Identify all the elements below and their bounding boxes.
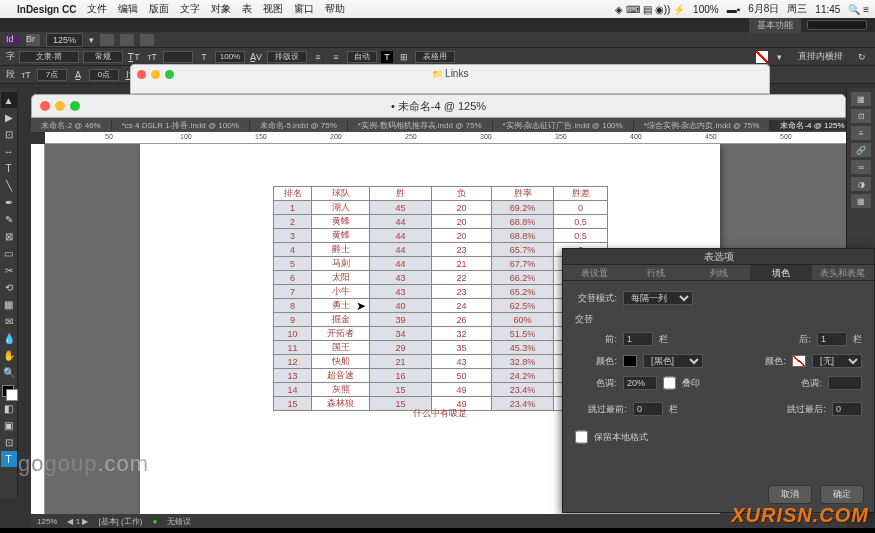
table-cell[interactable]: 0.5: [554, 215, 608, 229]
color-swatch[interactable]: [2, 385, 16, 399]
workspace-switcher[interactable]: 基本功能: [749, 18, 801, 33]
note-tool[interactable]: ✉: [1, 313, 17, 329]
status-preset[interactable]: [基本] (工作): [98, 516, 142, 527]
table-cell[interactable]: 23: [432, 243, 492, 257]
table-cell[interactable]: 44: [370, 243, 432, 257]
font-family[interactable]: 文隶-简: [19, 51, 79, 63]
font-size[interactable]: 7点: [37, 69, 67, 81]
table-cell[interactable]: 32.8%: [492, 355, 554, 369]
table-header[interactable]: 负: [432, 187, 492, 201]
color2-select[interactable]: [无]: [812, 354, 862, 368]
table-cell[interactable]: 16: [370, 369, 432, 383]
ok-button[interactable]: 确定: [820, 485, 864, 504]
zoom-dropdown-icon[interactable]: ▾: [89, 35, 94, 45]
table-cell[interactable]: 51.5%: [492, 327, 554, 341]
table-cell[interactable]: 3: [274, 229, 312, 243]
type-tool[interactable]: T: [1, 160, 17, 176]
table-cell[interactable]: 8: [274, 299, 312, 313]
grid-icon[interactable]: ⊞: [397, 51, 411, 63]
spotlight-icon[interactable]: 🔍 ≡: [848, 4, 869, 15]
screen-mode-icon[interactable]: T: [1, 451, 17, 467]
baseline[interactable]: 0点: [89, 69, 119, 81]
table-cell[interactable]: 49: [432, 383, 492, 397]
align-icon[interactable]: ≡: [329, 51, 343, 63]
table-cell[interactable]: 45.3%: [492, 341, 554, 355]
date[interactable]: 6月8日: [748, 2, 779, 16]
table-cell[interactable]: 14: [274, 383, 312, 397]
tab-fills[interactable]: 填色: [750, 265, 812, 280]
scissors-tool[interactable]: ✂: [1, 262, 17, 278]
menu-layout[interactable]: 版面: [149, 2, 169, 16]
table-cell[interactable]: 黄蜂: [312, 229, 370, 243]
zoom-level[interactable]: 125%: [46, 33, 83, 47]
layers-icon[interactable]: ≡: [851, 126, 871, 140]
pencil-tool[interactable]: ✎: [1, 211, 17, 227]
table-cell[interactable]: 69.2%: [492, 201, 554, 215]
table-cell[interactable]: 44: [370, 215, 432, 229]
table-cell[interactable]: 32: [432, 327, 492, 341]
pages-icon[interactable]: ⊡: [851, 109, 871, 123]
table-cell[interactable]: 勇士: [312, 299, 370, 313]
gradient-tool[interactable]: ▦: [1, 296, 17, 312]
table-cell[interactable]: 21: [432, 257, 492, 271]
table-cell[interactable]: 68.8%: [492, 229, 554, 243]
fill-swatch[interactable]: [756, 51, 768, 63]
table-cell[interactable]: 12: [274, 355, 312, 369]
table-cell[interactable]: 黄蜂: [312, 215, 370, 229]
table-cell[interactable]: 44: [370, 229, 432, 243]
front-input[interactable]: [623, 332, 653, 346]
view-mode-icon[interactable]: ⊡: [1, 434, 17, 450]
bridge-icon[interactable]: Br: [26, 34, 40, 46]
color-swatch-1[interactable]: [623, 355, 637, 367]
menu-file[interactable]: 文件: [87, 2, 107, 16]
table-cell[interactable]: 国王: [312, 341, 370, 355]
table-cell[interactable]: 2: [274, 215, 312, 229]
transform-tool[interactable]: ⟲: [1, 279, 17, 295]
back-input[interactable]: [817, 332, 847, 346]
swatches-icon[interactable]: ▦: [851, 194, 871, 208]
cancel-button[interactable]: 取消: [768, 485, 812, 504]
table-cell[interactable]: 9: [274, 313, 312, 327]
overprint-check[interactable]: [663, 376, 676, 390]
table-header[interactable]: 排名: [274, 187, 312, 201]
table-cell[interactable]: 0.5: [554, 229, 608, 243]
traffic-lights[interactable]: [40, 101, 80, 111]
table-cell[interactable]: 20: [432, 215, 492, 229]
rect-tool[interactable]: ▭: [1, 245, 17, 261]
table-header[interactable]: 胜差: [554, 187, 608, 201]
zoom-tool[interactable]: 🔍: [1, 364, 17, 380]
table-cell[interactable]: 50: [432, 369, 492, 383]
table-header[interactable]: 胜率: [492, 187, 554, 201]
fit-select[interactable]: 自动: [347, 51, 377, 63]
tab-table-setup[interactable]: 表设置: [563, 265, 625, 280]
table-cell[interactable]: 6: [274, 271, 312, 285]
table-cell[interactable]: 45: [370, 201, 432, 215]
table-cell[interactable]: 35: [432, 341, 492, 355]
t-icon[interactable]: T: [381, 51, 393, 63]
table-cell[interactable]: 超音速: [312, 369, 370, 383]
stroke-icon[interactable]: ═: [851, 160, 871, 174]
tab-row-strokes[interactable]: 行线: [625, 265, 687, 280]
table-cell[interactable]: 爵士: [312, 243, 370, 257]
table-cell[interactable]: 10: [274, 327, 312, 341]
doc-tab[interactable]: *cs 4 DSLR 1-排香.indd @ 100%: [112, 120, 250, 131]
battery-icon[interactable]: ▬▪: [727, 4, 741, 15]
eyedrop-icon[interactable]: ▾: [772, 51, 786, 63]
table-cell[interactable]: 68.8%: [492, 215, 554, 229]
color-select[interactable]: [黑色]: [643, 354, 703, 368]
wifi-icon[interactable]: ◈ ⌨ ▤ ◉)) ⚡: [615, 4, 685, 15]
color-icon[interactable]: ◑: [851, 177, 871, 191]
table-cell[interactable]: 5: [274, 257, 312, 271]
menu-view[interactable]: 视图: [263, 2, 283, 16]
table-cell[interactable]: 快船: [312, 355, 370, 369]
table-cell[interactable]: 40: [370, 299, 432, 313]
menu-edit[interactable]: 编辑: [118, 2, 138, 16]
menu-table[interactable]: 表: [242, 2, 252, 16]
doc-tab[interactable]: *综合实例-杂志内页.indd @ 75%: [634, 120, 771, 131]
tt-icon[interactable]: T̲T: [127, 51, 141, 63]
tab-col-strokes[interactable]: 列线: [687, 265, 749, 280]
table-cell[interactable]: 39: [370, 313, 432, 327]
kerning[interactable]: 排版设: [267, 51, 307, 63]
table-cell[interactable]: 44: [370, 257, 432, 271]
h-scale[interactable]: 100%: [215, 51, 245, 63]
